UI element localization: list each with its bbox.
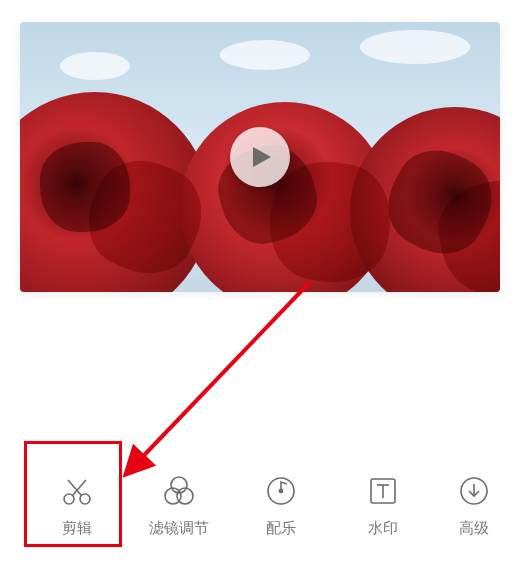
play-icon bbox=[251, 145, 273, 169]
play-button[interactable] bbox=[230, 127, 290, 187]
tool-music-label: 配乐 bbox=[266, 519, 296, 538]
tool-edit[interactable]: 剪辑 bbox=[26, 473, 128, 538]
tool-watermark-label: 水印 bbox=[368, 519, 398, 538]
tool-advanced-label: 高级 bbox=[459, 519, 489, 538]
tool-music[interactable]: 配乐 bbox=[230, 473, 332, 538]
text-icon bbox=[365, 473, 401, 509]
scissors-icon bbox=[59, 473, 95, 509]
tool-advanced[interactable]: 高级 bbox=[434, 473, 514, 538]
video-preview[interactable] bbox=[20, 22, 500, 292]
tool-filter[interactable]: 滤镜调节 bbox=[128, 473, 230, 538]
screenshot-stage: 剪辑 滤镜调节 配乐 bbox=[0, 0, 520, 575]
svg-line-14 bbox=[128, 282, 310, 472]
tool-edit-label: 剪辑 bbox=[62, 519, 92, 538]
filter-icon bbox=[161, 473, 197, 509]
toolbar: 剪辑 滤镜调节 配乐 bbox=[0, 445, 520, 565]
music-icon bbox=[263, 473, 299, 509]
tool-watermark[interactable]: 水印 bbox=[332, 473, 434, 538]
download-icon bbox=[456, 473, 492, 509]
tool-filter-label: 滤镜调节 bbox=[149, 519, 209, 538]
